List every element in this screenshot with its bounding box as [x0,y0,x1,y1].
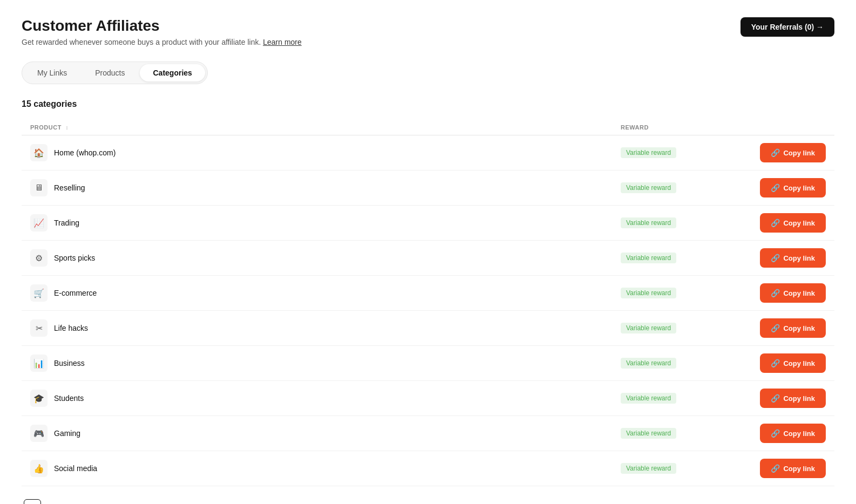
product-cell: 🏠 Home (whop.com) [30,144,621,161]
col-product-header: PRODUCT ↕ [30,124,621,131]
link-icon: 🔗 [771,429,780,438]
reward-badge: Variable reward [621,323,676,333]
product-cell: ✂ Life hacks [30,319,621,337]
link-icon: 🔗 [771,148,780,157]
action-cell: 🔗 Copy link [739,353,826,373]
product-icon: 🎮 [30,425,47,442]
product-icon: 🖥 [30,179,47,196]
copy-link-label: Copy link [783,465,815,473]
copy-link-button[interactable]: 🔗 Copy link [760,318,826,338]
product-name: Sports picks [54,254,95,262]
reward-badge: Variable reward [621,147,676,158]
action-cell: 🔗 Copy link [739,143,826,162]
col-reward-header: REWARD [621,124,739,131]
reward-badge: Variable reward [621,463,676,474]
reward-badge: Variable reward [621,182,676,193]
showing-info: Showing 1 - 10 of 15 ‹ › [736,501,832,505]
product-name: E-commerce [54,289,97,297]
copy-link-button[interactable]: 🔗 Copy link [760,248,826,268]
product-name: Home (whop.com) [54,148,116,157]
pagination: 1 2 Showing 1 - 10 of 15 ‹ › [22,499,834,504]
table-row: 🎮 Gaming Variable reward 🔗 Copy link [22,416,834,451]
product-name: Business [54,359,85,367]
table-row: 📈 Trading Variable reward 🔗 Copy link [22,206,834,241]
action-cell: 🔗 Copy link [739,389,826,408]
copy-link-button[interactable]: 🔗 Copy link [760,143,826,162]
reward-badge: Variable reward [621,393,676,404]
copy-link-button[interactable]: 🔗 Copy link [760,389,826,408]
prev-page-button[interactable]: ‹ [806,501,816,505]
tabs-container: My Links Products Categories [22,62,208,84]
table-row: 🖥 Reselling Variable reward 🔗 Copy link [22,171,834,206]
product-icon: ✂ [30,319,47,337]
referrals-button[interactable]: Your Referrals (0) → [740,17,834,37]
action-cell: 🔗 Copy link [739,248,826,268]
copy-link-button[interactable]: 🔗 Copy link [760,283,826,303]
copy-link-label: Copy link [783,359,815,367]
tab-categories[interactable]: Categories [140,64,205,81]
product-name: Students [54,394,84,403]
next-page-button[interactable]: › [823,501,832,505]
learn-more-link[interactable]: Learn more [263,38,302,46]
copy-link-button[interactable]: 🔗 Copy link [760,213,826,233]
product-cell: 👍 Social media [30,460,621,477]
reward-cell: Variable reward [621,253,739,263]
page-btn-1[interactable]: 1 [24,499,41,504]
product-name: Trading [54,219,79,227]
copy-link-label: Copy link [783,254,815,262]
table-row: 📊 Business Variable reward 🔗 Copy link [22,346,834,381]
link-icon: 🔗 [771,394,780,403]
table-row: 👍 Social media Variable reward 🔗 Copy li… [22,451,834,486]
reward-badge: Variable reward [621,428,676,439]
reward-badge: Variable reward [621,217,676,228]
link-icon: 🔗 [771,464,780,473]
reward-badge: Variable reward [621,253,676,263]
tab-my-links[interactable]: My Links [24,64,80,81]
reward-cell: Variable reward [621,323,739,333]
link-icon: 🔗 [771,289,780,297]
action-cell: 🔗 Copy link [739,178,826,197]
copy-link-label: Copy link [783,149,815,157]
copy-link-button[interactable]: 🔗 Copy link [760,178,826,197]
action-cell: 🔗 Copy link [739,318,826,338]
header-subtitle: Get rewarded whenever someone buys a pro… [22,38,302,46]
product-cell: ⚙ Sports picks [30,249,621,267]
link-icon: 🔗 [771,219,780,227]
page-header: Customer Affiliates Get rewarded wheneve… [22,17,834,46]
page-numbers: 1 2 [24,499,49,504]
action-cell: 🔗 Copy link [739,213,826,233]
reward-badge: Variable reward [621,288,676,298]
table-row: 🎓 Students Variable reward 🔗 Copy link [22,381,834,416]
table-header: PRODUCT ↕ REWARD [22,120,834,135]
copy-link-label: Copy link [783,430,815,438]
product-icon: 📊 [30,355,47,372]
page-title: Customer Affiliates [22,17,302,35]
copy-link-button[interactable]: 🔗 Copy link [760,353,826,373]
product-cell: 🎮 Gaming [30,425,621,442]
reward-cell: Variable reward [621,428,739,439]
table-row: 🛒 E-commerce Variable reward 🔗 Copy link [22,276,834,311]
table-row: ⚙ Sports picks Variable reward 🔗 Copy li… [22,241,834,276]
product-cell: 🎓 Students [30,390,621,407]
product-icon: 📈 [30,214,47,231]
reward-cell: Variable reward [621,393,739,404]
product-name: Social media [54,464,97,473]
copy-link-button[interactable]: 🔗 Copy link [760,459,826,478]
product-cell: 🛒 E-commerce [30,284,621,302]
copy-link-button[interactable]: 🔗 Copy link [760,424,826,443]
product-icon: 🏠 [30,144,47,161]
link-icon: 🔗 [771,359,780,367]
reward-cell: Variable reward [621,463,739,474]
product-name: Reselling [54,183,85,192]
product-icon: 🛒 [30,284,47,302]
action-cell: 🔗 Copy link [739,459,826,478]
table-row: ✂ Life hacks Variable reward 🔗 Copy link [22,311,834,346]
sort-icon: ↕ [65,125,69,131]
table-row: 🏠 Home (whop.com) Variable reward 🔗 Copy… [22,135,834,171]
link-icon: 🔗 [771,324,780,332]
product-cell: 📈 Trading [30,214,621,231]
copy-link-label: Copy link [783,324,815,332]
tab-products[interactable]: Products [82,64,138,81]
reward-cell: Variable reward [621,147,739,158]
product-cell: 🖥 Reselling [30,179,621,196]
